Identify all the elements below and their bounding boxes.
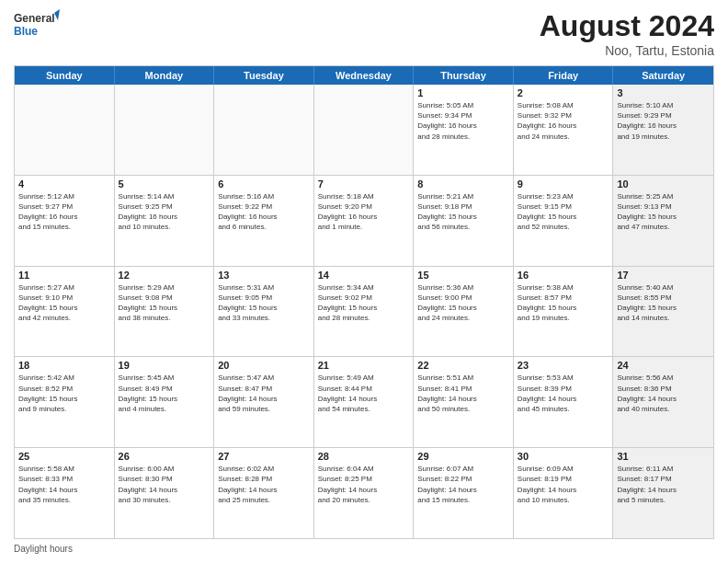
cal-cell-1-4 [314, 85, 415, 175]
cal-cell-1-7: 3Sunrise: 5:10 AM Sunset: 9:29 PM Daylig… [613, 85, 713, 175]
day-number: 27 [218, 451, 310, 462]
cal-cell-4-3: 20Sunrise: 5:47 AM Sunset: 8:47 PM Dayli… [214, 357, 314, 447]
day-number: 19 [119, 360, 210, 371]
cal-cell-2-5: 8Sunrise: 5:21 AM Sunset: 9:18 PM Daylig… [414, 176, 514, 266]
cal-cell-4-7: 24Sunrise: 5:56 AM Sunset: 8:36 PM Dayli… [613, 357, 713, 447]
day-info: Sunrise: 5:12 AM Sunset: 9:27 PM Dayligh… [18, 191, 110, 233]
header: General Blue August 2024 Noo, Tartu, Est… [14, 9, 714, 58]
day-number: 12 [119, 270, 210, 281]
svg-text:General: General [14, 12, 55, 25]
day-number: 14 [318, 270, 410, 281]
cal-cell-2-4: 7Sunrise: 5:18 AM Sunset: 9:20 PM Daylig… [314, 176, 415, 266]
calendar-week-2: 4Sunrise: 5:12 AM Sunset: 9:27 PM Daylig… [15, 176, 713, 267]
page: General Blue August 2024 Noo, Tartu, Est… [0, 0, 728, 563]
day-info: Sunrise: 5:40 AM Sunset: 8:55 PM Dayligh… [617, 282, 710, 324]
day-info: Sunrise: 5:49 AM Sunset: 8:44 PM Dayligh… [318, 373, 410, 414]
day-info: Sunrise: 6:07 AM Sunset: 8:22 PM Dayligh… [417, 464, 509, 505]
cal-cell-4-5: 22Sunrise: 5:51 AM Sunset: 8:41 PM Dayli… [414, 357, 514, 447]
cal-cell-3-6: 16Sunrise: 5:38 AM Sunset: 8:57 PM Dayli… [514, 267, 614, 357]
cal-cell-1-2 [115, 85, 215, 175]
day-number: 8 [417, 178, 509, 190]
cal-cell-2-3: 6Sunrise: 5:16 AM Sunset: 9:22 PM Daylig… [214, 176, 314, 266]
cal-cell-5-2: 26Sunrise: 6:00 AM Sunset: 8:30 PM Dayli… [115, 448, 215, 538]
calendar-header: Sunday Monday Tuesday Wednesday Thursday… [15, 66, 713, 85]
day-number: 13 [218, 270, 310, 281]
cal-cell-2-7: 10Sunrise: 5:25 AM Sunset: 9:13 PM Dayli… [613, 176, 713, 266]
day-info: Sunrise: 5:16 AM Sunset: 9:22 PM Dayligh… [218, 191, 310, 233]
day-number: 28 [318, 451, 410, 462]
day-info: Sunrise: 5:23 AM Sunset: 9:15 PM Dayligh… [518, 191, 609, 233]
cal-cell-3-5: 15Sunrise: 5:36 AM Sunset: 9:00 PM Dayli… [414, 267, 514, 357]
header-wednesday: Wednesday [314, 66, 415, 85]
day-number: 6 [218, 178, 310, 190]
title-block: August 2024 Noo, Tartu, Estonia [540, 9, 714, 58]
cal-cell-4-6: 23Sunrise: 5:53 AM Sunset: 8:39 PM Dayli… [514, 357, 614, 447]
day-info: Sunrise: 5:08 AM Sunset: 9:32 PM Dayligh… [518, 100, 609, 142]
cal-cell-2-6: 9Sunrise: 5:23 AM Sunset: 9:15 PM Daylig… [514, 176, 614, 266]
day-info: Sunrise: 6:04 AM Sunset: 8:25 PM Dayligh… [318, 464, 410, 505]
footer-label: Daylight hours [14, 544, 73, 554]
header-thursday: Thursday [414, 66, 514, 85]
day-number: 21 [318, 360, 410, 371]
calendar: Sunday Monday Tuesday Wednesday Thursday… [14, 65, 714, 539]
day-number: 5 [119, 178, 210, 190]
calendar-body: 1Sunrise: 5:05 AM Sunset: 9:34 PM Daylig… [15, 85, 713, 538]
footer: Daylight hours [14, 544, 714, 554]
cal-cell-1-3 [214, 85, 314, 175]
day-number: 18 [18, 360, 110, 371]
day-info: Sunrise: 5:42 AM Sunset: 8:52 PM Dayligh… [18, 373, 110, 414]
day-number: 24 [617, 360, 710, 371]
day-number: 1 [417, 87, 509, 98]
day-number: 10 [617, 178, 710, 190]
header-monday: Monday [115, 66, 215, 85]
day-info: Sunrise: 6:11 AM Sunset: 8:17 PM Dayligh… [617, 464, 710, 505]
cal-cell-1-5: 1Sunrise: 5:05 AM Sunset: 9:34 PM Daylig… [414, 85, 514, 175]
cal-cell-2-2: 5Sunrise: 5:14 AM Sunset: 9:25 PM Daylig… [115, 176, 215, 266]
day-info: Sunrise: 5:53 AM Sunset: 8:39 PM Dayligh… [518, 373, 609, 414]
day-number: 16 [518, 270, 609, 281]
svg-marker-2 [54, 9, 60, 20]
header-saturday: Saturday [613, 66, 713, 85]
day-number: 20 [218, 360, 310, 371]
day-info: Sunrise: 6:09 AM Sunset: 8:19 PM Dayligh… [518, 464, 609, 505]
day-info: Sunrise: 5:10 AM Sunset: 9:29 PM Dayligh… [617, 100, 710, 142]
cal-cell-3-1: 11Sunrise: 5:27 AM Sunset: 9:10 PM Dayli… [15, 267, 115, 357]
day-info: Sunrise: 5:56 AM Sunset: 8:36 PM Dayligh… [617, 373, 710, 414]
header-sunday: Sunday [15, 66, 115, 85]
cal-cell-2-1: 4Sunrise: 5:12 AM Sunset: 9:27 PM Daylig… [15, 176, 115, 266]
cal-cell-3-7: 17Sunrise: 5:40 AM Sunset: 8:55 PM Dayli… [613, 267, 713, 357]
day-number: 15 [417, 270, 509, 281]
day-info: Sunrise: 5:29 AM Sunset: 9:08 PM Dayligh… [119, 282, 210, 324]
day-info: Sunrise: 5:14 AM Sunset: 9:25 PM Dayligh… [119, 191, 210, 233]
day-info: Sunrise: 5:21 AM Sunset: 9:18 PM Dayligh… [417, 191, 509, 233]
svg-text:Blue: Blue [14, 25, 38, 38]
calendar-week-5: 25Sunrise: 5:58 AM Sunset: 8:33 PM Dayli… [15, 448, 713, 538]
cal-cell-5-3: 27Sunrise: 6:02 AM Sunset: 8:28 PM Dayli… [214, 448, 314, 538]
day-info: Sunrise: 6:00 AM Sunset: 8:30 PM Dayligh… [119, 464, 210, 505]
day-info: Sunrise: 5:38 AM Sunset: 8:57 PM Dayligh… [518, 282, 609, 324]
day-number: 2 [518, 87, 609, 98]
day-number: 9 [518, 178, 609, 190]
cal-cell-3-4: 14Sunrise: 5:34 AM Sunset: 9:02 PM Dayli… [314, 267, 415, 357]
day-info: Sunrise: 5:25 AM Sunset: 9:13 PM Dayligh… [617, 191, 710, 233]
day-info: Sunrise: 5:47 AM Sunset: 8:47 PM Dayligh… [218, 373, 310, 414]
header-tuesday: Tuesday [214, 66, 314, 85]
day-info: Sunrise: 5:27 AM Sunset: 9:10 PM Dayligh… [18, 282, 110, 324]
day-number: 7 [318, 178, 410, 190]
logo: General Blue [14, 9, 60, 42]
day-number: 31 [617, 451, 710, 462]
cal-cell-5-7: 31Sunrise: 6:11 AM Sunset: 8:17 PM Dayli… [613, 448, 713, 538]
day-number: 29 [417, 451, 509, 462]
day-info: Sunrise: 5:36 AM Sunset: 9:00 PM Dayligh… [417, 282, 509, 324]
day-number: 11 [18, 270, 110, 281]
day-info: Sunrise: 5:58 AM Sunset: 8:33 PM Dayligh… [18, 464, 110, 505]
day-number: 25 [18, 451, 110, 462]
day-number: 23 [518, 360, 609, 371]
cal-cell-5-6: 30Sunrise: 6:09 AM Sunset: 8:19 PM Dayli… [514, 448, 614, 538]
cal-cell-4-2: 19Sunrise: 5:45 AM Sunset: 8:49 PM Dayli… [115, 357, 215, 447]
page-subtitle: Noo, Tartu, Estonia [540, 43, 714, 58]
calendar-week-3: 11Sunrise: 5:27 AM Sunset: 9:10 PM Dayli… [15, 267, 713, 358]
calendar-week-4: 18Sunrise: 5:42 AM Sunset: 8:52 PM Dayli… [15, 357, 713, 448]
calendar-week-1: 1Sunrise: 5:05 AM Sunset: 9:34 PM Daylig… [15, 85, 713, 176]
day-info: Sunrise: 5:45 AM Sunset: 8:49 PM Dayligh… [119, 373, 210, 414]
